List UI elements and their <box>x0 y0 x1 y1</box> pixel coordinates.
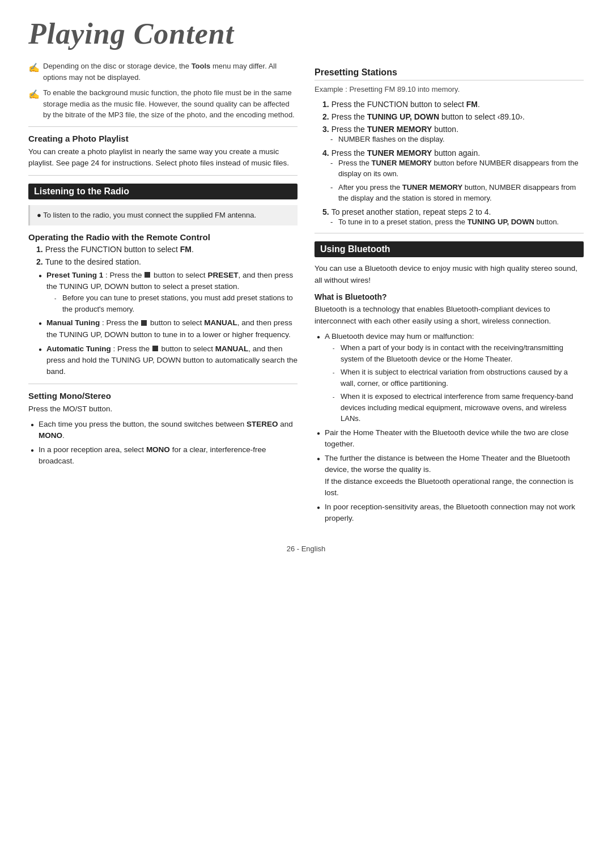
step-4-sub-2: After you press the TUNER MEMORY button,… <box>330 182 584 204</box>
setting-mono-subtitle: Press the MO/ST button. <box>28 403 298 415</box>
preset-tuning-sub: Before you can tune to preset stations, … <box>54 292 298 314</box>
preset-sub-1: Before you can tune to preset stations, … <box>54 292 298 314</box>
page-number: 26 <box>287 544 295 553</box>
page-footer: 26 - English <box>28 544 584 553</box>
presetting-steps: 1.Press the FUNCTION button to select FM… <box>322 100 584 227</box>
auto-tuning-item: Automatic Tuning : Press the button to s… <box>39 343 298 378</box>
listening-radio-header: Listening to the Radio <box>28 184 298 199</box>
note-icon-1: ✍ <box>28 61 40 75</box>
left-column: ✍ Depending on the disc or storage devic… <box>28 61 298 527</box>
bt-malfunction-item: A Bluetooth device may hum or malfunctio… <box>317 331 584 424</box>
tuning-items: Preset Tuning 1 : Press the button to se… <box>39 270 298 378</box>
preset-tuning-item: Preset Tuning 1 : Press the button to se… <box>39 270 298 315</box>
setting-mono-title: Setting Mono/Stereo <box>28 391 298 401</box>
malfunction-2: When it is subject to electrical variati… <box>333 367 584 389</box>
note-2: ✍ To enable the background music functio… <box>28 87 298 121</box>
step-1: 1.Press the FUNCTION button to select FM… <box>36 245 298 254</box>
preset-step-5-sub: To tune in to a preset station, press th… <box>330 216 584 228</box>
bluetooth-header: Using Bluetooth <box>314 241 584 257</box>
creating-playlist-body: You can create a photo playlist in nearl… <box>28 146 298 170</box>
bt-pair-item: Pair the Home Theater with the Bluetooth… <box>317 427 584 450</box>
preset-step-3-sub: NUMBER flashes on the display. <box>330 134 584 145</box>
bluetooth-intro: You can use a Bluetooth device to enjoy … <box>314 263 584 287</box>
bt-distance-item: The further the distance is between the … <box>317 453 584 499</box>
bluetooth-body: Bluetooth is a technology that enables B… <box>314 304 584 327</box>
malfunction-1: When a part of your body is in contact w… <box>333 342 584 364</box>
preset-step-3: 3.Press the TUNER MEMORY button. NUMBER … <box>322 125 584 145</box>
manual-tuning-item: Manual Tuning : Press the button to sele… <box>39 317 298 341</box>
mono-item-1: Each time you press the button, the soun… <box>31 419 298 442</box>
preset-step-5: 5.To preset another station, repeat step… <box>322 207 584 228</box>
malfunction-sub: When a part of your body is in contact w… <box>333 342 584 424</box>
bt-sensitivity-item: In poor reception-sensitivity areas, the… <box>317 501 584 525</box>
operating-steps: 1.Press the FUNCTION button to select FM… <box>36 245 298 378</box>
page-title: Playing Content <box>28 17 584 50</box>
step-5-sub-1: To tune in to a preset station, press th… <box>330 216 584 228</box>
note-icon-2: ✍ <box>28 88 40 101</box>
presetting-example: Example : Presetting FM 89.10 into memor… <box>314 84 584 95</box>
step-4-sub-1: Press the TUNER MEMORY button before NUM… <box>330 158 584 180</box>
step-3-sub-1: NUMBER flashes on the display. <box>330 134 584 145</box>
malfunction-3: When it is exposed to electrical interfe… <box>333 391 584 424</box>
radio-info-box: ● To listen to the radio, you must conne… <box>28 205 298 225</box>
mono-item-2: In a poor reception area, select MONO fo… <box>31 444 298 467</box>
note-1: ✍ Depending on the disc or storage devic… <box>28 61 298 83</box>
preset-step-2: 2.Press the TUNING UP, DOWN button to se… <box>322 112 584 121</box>
what-is-bluetooth-title: What is Bluetooth? <box>314 292 584 301</box>
bluetooth-items: A Bluetooth device may hum or malfunctio… <box>317 331 584 525</box>
mono-items: Each time you press the button, the soun… <box>31 419 298 467</box>
right-column: Presetting Stations Example : Presetting… <box>314 61 584 527</box>
presetting-title: Presetting Stations <box>314 67 584 80</box>
creating-playlist-title: Creating a Photo Playlist <box>28 134 298 143</box>
step-2: 2.Tune to the desired station. <box>36 257 298 266</box>
preset-step-4-sub: Press the TUNER MEMORY button before NUM… <box>330 158 584 204</box>
preset-step-1: 1.Press the FUNCTION button to select FM… <box>322 100 584 109</box>
operating-radio-title: Operating the Radio with the Remote Cont… <box>28 232 298 242</box>
page-language: English <box>301 544 326 553</box>
preset-step-4: 4.Press the TUNER MEMORY button again. P… <box>322 148 584 204</box>
